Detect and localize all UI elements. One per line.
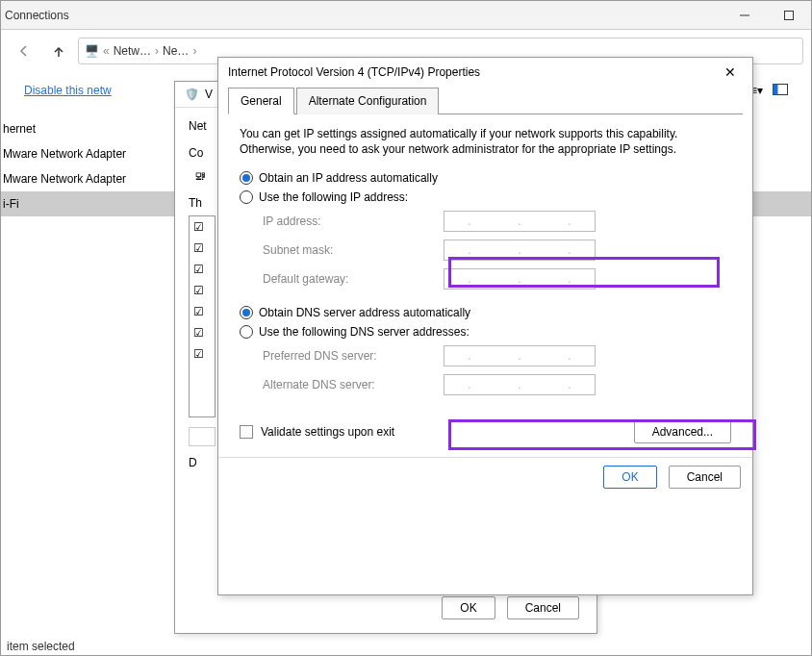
- gateway-input: ...: [444, 268, 596, 290]
- tab-alternate[interactable]: Alternate Configuration: [296, 88, 440, 114]
- ipv4-properties-dialog: Internet Protocol Version 4 (TCP/IPv4) P…: [217, 57, 753, 595]
- validate-checkbox[interactable]: [240, 425, 253, 439]
- disable-network-link[interactable]: Disable this netw: [24, 84, 112, 97]
- tab-general[interactable]: General: [228, 88, 294, 114]
- checkbox-icon: ☑: [193, 326, 211, 340]
- dns-pref-label: Preferred DNS server:: [263, 349, 436, 363]
- maximize-button[interactable]: [767, 1, 811, 30]
- tab-label: General: [241, 94, 282, 108]
- dns-pref-input: ...: [444, 345, 596, 366]
- chevron-right-icon: ›: [155, 44, 159, 58]
- radio-use-ip-manual[interactable]: Use the following IP address:: [240, 188, 731, 207]
- adapter-label: Mware Network Adapter: [3, 172, 126, 186]
- items-listbox[interactable]: ☑☑☑☑☑☑☑: [189, 215, 216, 417]
- radio-label: Use the following DNS server addresses:: [259, 325, 469, 339]
- back-button[interactable]: [9, 36, 39, 66]
- minimize-button[interactable]: [723, 1, 767, 30]
- window-controls: [723, 1, 811, 30]
- ip-address-input: ...: [444, 211, 596, 232]
- ip-address-label: IP address:: [263, 214, 436, 228]
- radio-use-dns-manual[interactable]: Use the following DNS server addresses:: [240, 322, 731, 341]
- radio-icon: [240, 306, 253, 319]
- breadcrumb-item[interactable]: Ne…: [163, 44, 189, 58]
- chevron-right-icon: ›: [192, 44, 196, 58]
- subnet-input: ...: [444, 240, 596, 261]
- dns-alt-label: Alternate DNS server:: [263, 378, 436, 391]
- close-button[interactable]: ✕: [708, 58, 752, 87]
- checkbox-icon: ☑: [193, 284, 211, 297]
- radio-label: Obtain an IP address automatically: [259, 171, 438, 185]
- svg-rect-4: [774, 84, 778, 94]
- checkbox-icon: ☑: [193, 347, 211, 361]
- cancel-button[interactable]: Cancel: [507, 596, 579, 619]
- gateway-label: Default gateway:: [263, 272, 436, 286]
- hint-text: You can get IP settings assigned automat…: [240, 126, 731, 157]
- radio-obtain-dns-auto[interactable]: Obtain DNS server address automatically: [240, 303, 731, 322]
- ok-button[interactable]: OK: [442, 596, 495, 619]
- checkbox-icon: ☑: [193, 305, 211, 318]
- checkbox-icon: ☑: [193, 220, 211, 234]
- breadcrumb-sep: «: [103, 44, 110, 58]
- radio-icon: [240, 325, 253, 339]
- subwindow-title: V: [205, 88, 213, 101]
- checkbox-icon: ☑: [193, 241, 211, 255]
- radio-label: Obtain DNS server address automatically: [259, 306, 470, 319]
- tab-panel: You can get IP settings assigned automat…: [218, 114, 752, 451]
- breadcrumb-item[interactable]: Netw…: [114, 44, 151, 58]
- up-button[interactable]: [43, 36, 74, 66]
- cancel-button[interactable]: Cancel: [669, 466, 741, 489]
- status-bar: item selected: [7, 640, 75, 653]
- adapter-label: i-Fi: [3, 197, 19, 211]
- preview-pane-icon[interactable]: [773, 84, 788, 98]
- validate-label: Validate settings upon exit: [261, 425, 394, 439]
- shield-icon: 🛡️: [185, 88, 199, 101]
- advanced-button[interactable]: Advanced...: [634, 420, 731, 443]
- install-button-edge[interactable]: [189, 427, 216, 446]
- tab-label: Alternate Configuration: [309, 94, 427, 108]
- window-titlebar: Connections: [1, 1, 811, 30]
- adapter-label: Mware Network Adapter: [3, 147, 126, 161]
- network-icon: 🖥️: [85, 44, 99, 58]
- ok-button[interactable]: OK: [603, 466, 656, 489]
- radio-icon: [240, 171, 253, 185]
- dialog-titlebar: Internet Protocol Version 4 (TCP/IPv4) P…: [218, 58, 752, 87]
- svg-rect-1: [785, 12, 794, 20]
- status-text: item selected: [7, 640, 75, 653]
- tab-strip: General Alternate Configuration: [228, 87, 743, 114]
- adapter-label: hernet: [3, 122, 36, 136]
- subnet-label: Subnet mask:: [263, 243, 436, 257]
- radio-label: Use the following IP address:: [259, 190, 408, 204]
- checkbox-icon: ☑: [193, 263, 211, 276]
- dns-alt-input: ...: [444, 374, 596, 395]
- dialog-title: Internet Protocol Version 4 (TCP/IPv4) P…: [228, 65, 480, 79]
- radio-obtain-ip-auto[interactable]: Obtain an IP address automatically: [240, 168, 731, 188]
- window-title: Connections: [5, 9, 69, 22]
- radio-icon: [240, 190, 253, 204]
